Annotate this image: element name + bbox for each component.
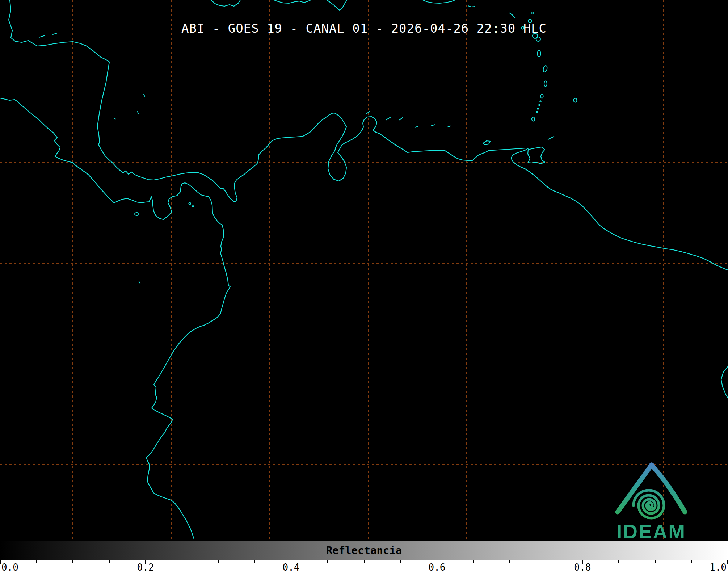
island-group-venezuela — [366, 112, 490, 145]
colorbar-tick-marks — [0, 560, 728, 565]
satellite-image-viewport: IDEAM ABI - GOES 19 - CANAL 01 - 2026-04… — [0, 0, 728, 571]
island-group-west-caribbean — [39, 33, 145, 119]
coast-pacific-mainland — [0, 98, 230, 539]
island-st-kitts — [510, 13, 515, 18]
island-roatan — [39, 35, 45, 37]
island-los-roques-2 — [432, 125, 435, 126]
island-los-roques-1 — [415, 126, 418, 127]
island-curacao — [386, 117, 390, 120]
colorbar-axis: 0.0 0.2 0.4 0.6 0.8 1.0 — [0, 560, 728, 571]
island-martinique — [543, 65, 548, 72]
island-la-orchila — [447, 126, 450, 127]
island-coiba — [135, 213, 139, 215]
colorbar-tick-label: 0.2 — [137, 562, 154, 571]
island-group-pacific — [135, 203, 194, 284]
island-guadeloupe-e — [536, 37, 540, 41]
island-trinidad — [528, 147, 545, 164]
island-grenada — [532, 117, 535, 121]
island-tobago — [548, 137, 554, 139]
coastline-layer — [0, 0, 728, 539]
island-san-andres — [138, 112, 138, 114]
island-pearl-2 — [192, 206, 194, 207]
colorbar-tick-label: 0.8 — [574, 562, 591, 571]
coast-jamaica — [211, 0, 240, 6]
island-pearl-1 — [189, 203, 191, 205]
ideam-logo: IDEAM — [617, 465, 686, 541]
coast-barahona — [327, 0, 347, 10]
island-margarita — [483, 141, 490, 145]
island-grenadine-3 — [537, 108, 538, 109]
island-dominica — [538, 50, 541, 57]
island-grenadine-2 — [539, 104, 540, 105]
island-guanaja — [53, 33, 56, 34]
graticule-layer — [0, 0, 728, 541]
island-grenadine-1 — [540, 101, 541, 102]
island-grenadine-4 — [536, 111, 537, 112]
coast-haiti-tiburon — [274, 0, 311, 3]
island-malpelo — [139, 282, 140, 283]
ideam-logo-text: IDEAM — [617, 520, 686, 541]
colorbar-tick-label: 0.4 — [283, 562, 300, 571]
ideam-logo-spiral — [634, 490, 664, 518]
satellite-map: IDEAM — [0, 0, 728, 541]
graticule-lines — [0, 0, 728, 541]
ideam-logo-mountain-right — [652, 465, 685, 512]
island-st-croix — [468, 6, 475, 7]
island-barbados — [574, 98, 577, 102]
coast-caribbean-mainland — [9, 0, 728, 270]
colorbar-tick-label: 1.0 — [710, 562, 727, 571]
colorbar-label: Reflectancia — [0, 541, 728, 560]
colorbar: Reflectancia — [0, 541, 728, 560]
island-providencia — [144, 95, 145, 96]
island-st-lucia — [544, 81, 547, 87]
island-bonaire — [400, 118, 403, 120]
coast-amapa — [721, 366, 728, 398]
colorbar-tick-label: 0.0 — [1, 562, 18, 571]
coast-puerto-rico — [423, 0, 455, 3]
island-barbuda — [531, 12, 533, 14]
colorbar-tick-label: 0.6 — [429, 562, 446, 571]
island-st-vincent — [541, 95, 543, 98]
island-corn — [114, 118, 115, 119]
image-title: ABI - GOES 19 - CANAL 01 - 2026-04-26 22… — [181, 21, 547, 35]
